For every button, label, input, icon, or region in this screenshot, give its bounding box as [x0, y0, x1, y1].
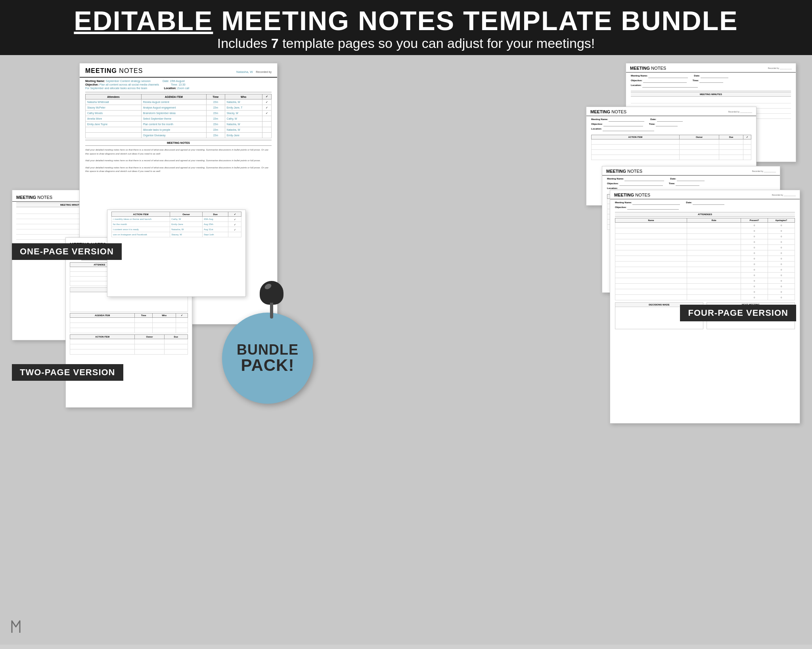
action-row [70, 349, 188, 355]
info-row3: For September and allocate tasks across … [85, 87, 272, 90]
action-check-3: ✓ [228, 227, 241, 232]
date-value: Date: 15th August [163, 80, 185, 82]
time-field: Time: 13:30 [171, 83, 186, 86]
check-7 [262, 133, 271, 138]
info-row1: Meeting Name: September Content strategy… [85, 80, 272, 82]
subtitle-part1: Includes [217, 36, 271, 51]
meeting-name-label: Meeting Name: [85, 80, 106, 82]
rmt-time: Time: [649, 123, 678, 126]
logo-watermark [8, 617, 28, 637]
header: EDITABLE MEETING NOTES TEMPLATE BUNDLE I… [0, 0, 812, 55]
four-page-badge: FOUR-PAGE VERSION [680, 305, 796, 321]
agenda-item-4: Select September theme [141, 116, 206, 122]
time-7: 15m [206, 133, 225, 138]
agenda-row [70, 328, 188, 333]
time-1: 15m [206, 99, 225, 105]
two-page-label: TWO-PAGE VERSION [20, 367, 115, 377]
action-owner-3: Natasha, W [170, 227, 203, 232]
rm-name: Meeting Name: [607, 178, 664, 181]
action-check-4 [228, 232, 241, 237]
time-2: 15m [206, 105, 225, 111]
tp2a-title: MEETING NOTES [16, 195, 52, 200]
who-4: Cathy, W [225, 116, 262, 122]
agenda-table: Attendees AGENDA ITEM Time Who ✓ Natasha… [85, 94, 272, 138]
action-row [70, 339, 188, 344]
attendee-row: ○○ [615, 278, 795, 284]
check-2: ✓ [262, 105, 271, 111]
agenda-row: Natasha Whitmoall Review August content … [86, 99, 272, 105]
fp-title: MEETING NOTES [614, 193, 650, 197]
rt-time: Time: [693, 79, 724, 83]
check-header: ✓ [743, 135, 751, 139]
objective-field: Objective: Plan all content across all s… [85, 83, 159, 86]
rm-obj: Objective: [607, 182, 663, 186]
rm-row1: Meeting Name: Date: [607, 178, 775, 181]
rmt-date: Date: [650, 118, 683, 122]
subtitle: Includes 7 template pages so you can adj… [8, 36, 804, 51]
check-header: ✓ [262, 94, 271, 99]
who-5: Natasha, W [225, 122, 262, 127]
rmt-title: MEETING NOTES [590, 109, 626, 114]
rt-row1: Meeting Name: Date: [631, 74, 791, 78]
rmt-row3: Location: [591, 128, 751, 131]
rm-date: Date: [670, 178, 705, 181]
rmt-recorded: Recorded by ___________ [728, 111, 752, 113]
rmt-action-table: ACTION ITEM Owner Due ✓ [591, 135, 751, 160]
attendee-6 [86, 127, 142, 133]
fp-fields: Meeting Name: Date: Objective: [610, 199, 800, 211]
two-page-badge: TWO-PAGE VERSION [12, 364, 123, 381]
rmt-row1: Meeting Name: Date: [591, 118, 751, 122]
fp-attendees-header: ATTENDEES [615, 212, 795, 217]
name-header: Name [615, 218, 687, 223]
title-editable: EDITABLE [74, 6, 213, 36]
recorded-name: Natasha, W [236, 70, 253, 74]
who-7: Emily-Jane [225, 133, 262, 138]
line [631, 99, 791, 103]
one-page-label: ONE-PAGE VERSION [20, 246, 114, 256]
bundle-line2: PACK! [241, 357, 295, 374]
check-1: ✓ [262, 99, 271, 105]
agenda-row [70, 323, 188, 328]
agenda-row [70, 318, 188, 323]
action-row [592, 150, 751, 155]
due-header: Due [202, 212, 228, 217]
pushpin-shine [264, 283, 272, 290]
check-6 [262, 127, 271, 133]
notes-area: Add your detailed meeting notes here so … [80, 146, 277, 179]
main-title: EDITABLE MEETING NOTES TEMPLATE BUNDLE [8, 7, 804, 34]
recorded-label: Recorded by [256, 71, 272, 73]
title-rest: MEETING NOTES TEMPLATE BUNDLE [213, 6, 738, 36]
action-table: ACTION ITEM Owner Due ✓ r monthly ideas … [111, 212, 241, 237]
attendee-row: ○○ [615, 289, 795, 295]
rm-title: MEETING NOTES [606, 169, 642, 174]
attendee-2: Stacey McPeter [86, 105, 142, 111]
time-value: Time: 13:30 [171, 83, 186, 86]
subtitle-number: 7 [271, 36, 279, 51]
fp-name: Meeting Name: [615, 201, 680, 205]
subtitle-part2: template pages so you can adjust for you… [279, 36, 595, 51]
tp2b-action-table: ACTION ITEM Owner Due [70, 334, 188, 355]
who-1: Natasha, W [225, 99, 262, 105]
action-row [592, 145, 751, 150]
rt-fields: Meeting Name: Date: Objective: Time: Loc… [626, 73, 796, 90]
agenda-item-6: Allocate tasks to people [141, 127, 206, 133]
rt-minutes: MEETING MINUTES [631, 92, 791, 97]
info-row2: Objective: Plan all content across all s… [85, 83, 272, 86]
who-6: Natasha, W [225, 127, 262, 133]
action-item-3: t content once it is ready [112, 227, 170, 232]
action-row: uve on Instagram and Facebook Stacey, W … [112, 232, 241, 237]
location-value: Zoom call [177, 87, 189, 90]
time-4: 15m [206, 116, 225, 122]
meeting-info: Meeting Name: September Content strategy… [80, 78, 277, 91]
notes-text-3: Add your detailed meeting notes here so … [85, 166, 272, 174]
action-due-3: Aug 31st [202, 227, 228, 232]
check-5 [262, 122, 271, 127]
attendee-row: ○○ [615, 228, 795, 234]
action-item-2: for the month [112, 222, 170, 227]
meeting-notes-section: MEETING NOTES [85, 140, 272, 146]
meeting-name-value: September Content strategy session [106, 80, 151, 82]
objective-label: Objective: [85, 83, 100, 86]
owner-header: Owner [170, 212, 203, 217]
attendee-3: Cathy Woods [86, 111, 142, 116]
bundle-pack-circle: BUNDLE PACK! [222, 313, 313, 404]
